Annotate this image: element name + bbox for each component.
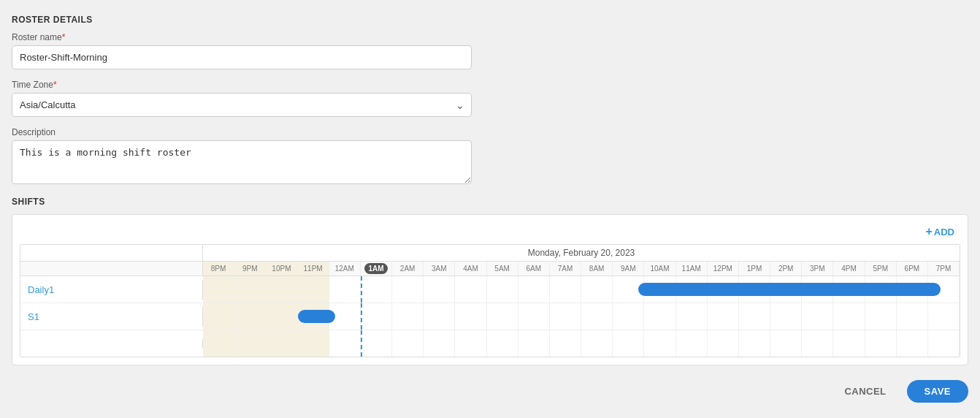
grid-cell — [361, 303, 392, 330]
grid-cell — [550, 303, 581, 330]
grid-cell — [392, 330, 424, 357]
grid-cell — [928, 303, 960, 330]
grid-cell — [644, 303, 675, 330]
grid-cell — [361, 276, 392, 303]
grid-cell — [676, 303, 708, 330]
hour-cell: 9PM — [234, 262, 266, 276]
plus-icon: + — [925, 225, 932, 238]
timezone-select[interactable]: Asia/Calcutta UTC America/New_York Europ… — [12, 93, 472, 117]
grid-cell — [329, 330, 361, 357]
row-name[interactable]: Daily1 — [20, 280, 203, 300]
row-name[interactable] — [20, 339, 203, 348]
page: ROSTER DETAILS Roster name* Time Zone* A… — [0, 0, 980, 418]
footer: CANCEL SAVE — [12, 380, 968, 403]
hour-cell: 3PM — [802, 262, 833, 276]
row-timeline-cell — [203, 303, 960, 330]
shifts-section: SHIFTS + ADD Monday, February 20, 2023 — [12, 197, 968, 365]
row-timeline-cell — [203, 276, 960, 303]
grid-cell — [203, 303, 234, 330]
hour-cell: 2PM — [770, 262, 802, 276]
timeline-wrapper: Monday, February 20, 2023 8PM9PM10PM11PM… — [20, 244, 960, 357]
grid-cell — [833, 303, 865, 330]
grid-cell — [424, 330, 455, 357]
grid-cell — [266, 276, 297, 303]
grid-cell — [455, 303, 486, 330]
grid-cell — [708, 303, 739, 330]
grid-cell — [234, 276, 266, 303]
shifts-title: SHIFTS — [12, 197, 968, 207]
grid-cell — [392, 276, 424, 303]
grid-cell — [802, 330, 833, 357]
cancel-button[interactable]: CANCEL — [832, 380, 897, 403]
timeline-hours-row: 8PM9PM10PM11PM12AM1AM2AM3AM4AM5AM6AM7AM8… — [20, 262, 960, 276]
add-shift-button[interactable]: + ADD — [925, 225, 954, 238]
hour-cell: 10AM — [644, 262, 675, 276]
grid-cell — [455, 276, 486, 303]
grid-cell — [644, 330, 675, 357]
description-label: Description — [12, 127, 968, 137]
grid-cell — [424, 276, 455, 303]
hour-cell: 1PM — [739, 262, 770, 276]
hour-cell: 8PM — [203, 262, 234, 276]
grid-cell — [802, 303, 833, 330]
grid-cell — [203, 330, 234, 357]
grid-cell — [203, 276, 234, 303]
grid-cell — [928, 330, 960, 357]
grid-cell — [518, 276, 550, 303]
grid-cell — [897, 330, 928, 357]
timezone-select-wrapper: Asia/Calcutta UTC America/New_York Europ… — [12, 93, 472, 117]
row-timeline-cell — [203, 330, 960, 357]
hour-cell: 3AM — [424, 262, 455, 276]
grid-cell — [550, 276, 581, 303]
grid-cell — [865, 303, 897, 330]
hour-cell: 5PM — [865, 262, 897, 276]
grid-cell — [298, 276, 329, 303]
timezone-required: * — [53, 80, 57, 90]
timezone-group: Time Zone* Asia/Calcutta UTC America/New… — [12, 80, 968, 117]
hour-cell: 7AM — [550, 262, 581, 276]
grid-cell — [739, 330, 770, 357]
timeline-date-row: Monday, February 20, 2023 — [20, 245, 960, 262]
grid-cell — [897, 303, 928, 330]
grid-cell — [770, 330, 802, 357]
grid-cell — [487, 330, 518, 357]
hour-cell: 6AM — [518, 262, 550, 276]
grid-cell — [455, 330, 486, 357]
grid-cell — [613, 303, 644, 330]
grid-cell — [550, 330, 581, 357]
description-group: Description This is a morning shift rost… — [12, 127, 968, 186]
add-label: ADD — [934, 227, 954, 238]
save-button[interactable]: SAVE — [907, 380, 968, 403]
hour-cell: 1AM — [361, 262, 392, 276]
hour-cell: 4PM — [833, 262, 865, 276]
grid-cell — [739, 303, 770, 330]
grid-cell — [266, 303, 297, 330]
timeline-rows-container: Daily1S1 — [20, 276, 960, 357]
table-row — [20, 330, 960, 357]
timezone-label: Time Zone* — [12, 80, 968, 90]
description-textarea[interactable]: This is a morning shift roster — [12, 140, 472, 184]
table-row: S1 — [20, 303, 960, 330]
hour-cell: 4AM — [455, 262, 486, 276]
grid-cell — [234, 303, 266, 330]
hour-cell: 6PM — [897, 262, 928, 276]
add-bar: + ADD — [20, 222, 960, 244]
grid-cell — [833, 330, 865, 357]
grid-cell — [581, 276, 613, 303]
hour-cell: 11AM — [676, 262, 708, 276]
grid-cell — [708, 330, 739, 357]
roster-name-input[interactable] — [12, 45, 472, 69]
hour-cell: 8AM — [581, 262, 613, 276]
shift-bar[interactable] — [298, 310, 336, 323]
hour-cells: 8PM9PM10PM11PM12AM1AM2AM3AM4AM5AM6AM7AM8… — [203, 262, 960, 276]
hour-cell: 2AM — [392, 262, 424, 276]
shift-bar[interactable] — [638, 283, 941, 296]
row-name[interactable]: S1 — [20, 307, 203, 327]
roster-name-group: Roster name* — [12, 32, 968, 69]
grid-cell — [581, 330, 613, 357]
hour-cell: 11PM — [298, 262, 329, 276]
grid-cell — [266, 330, 297, 357]
grid-cell — [329, 276, 361, 303]
grid-cell — [424, 303, 455, 330]
hour-cell: 12AM — [329, 262, 361, 276]
